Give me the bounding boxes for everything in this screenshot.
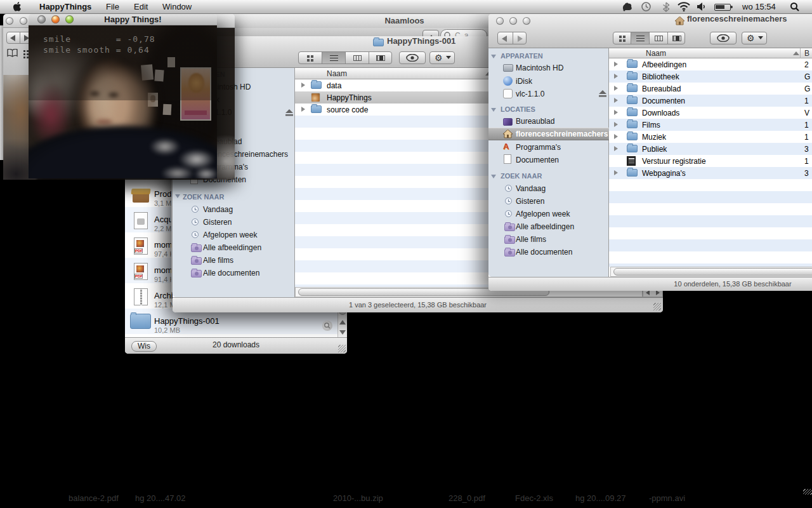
- column-view-button[interactable]: [346, 52, 369, 64]
- eject-icon[interactable]: [285, 109, 293, 116]
- minimize-button[interactable]: [51, 15, 60, 23]
- sidebar-item[interactable]: Alle afbeeldingen: [516, 222, 574, 231]
- sidebar-item[interactable]: Afgelopen week: [516, 210, 570, 218]
- florence-hscrollbar[interactable]: [610, 267, 812, 277]
- time-machine-icon[interactable]: [641, 1, 652, 12]
- sidebar-item[interactable]: iDisk: [516, 77, 532, 86]
- coverflow-view-button[interactable]: [369, 52, 392, 64]
- file-row[interactable]: Afbeeldingen2: [609, 58, 812, 70]
- close-button[interactable]: [37, 15, 46, 23]
- back-forward: [6, 32, 32, 44]
- icon-view-button[interactable]: [613, 32, 631, 44]
- list-view-button[interactable]: [631, 32, 650, 44]
- bookmarks-book-icon[interactable]: [7, 49, 18, 57]
- third-party-menu-icon[interactable]: [622, 2, 633, 12]
- florence-toolbar: florenceschreinemachers ⚙: [488, 14, 812, 48]
- scroll-up-arrow[interactable]: [339, 320, 346, 324]
- desktop-icon-label[interactable]: hg 20....47.02: [135, 493, 186, 503]
- resize-grip[interactable]: [803, 489, 812, 495]
- clear-downloads-button[interactable]: Wis: [131, 341, 157, 352]
- desktop: { "menu_bar": { "app_name": "HappyThings…: [0, 0, 812, 508]
- app-menu-title[interactable]: HappyThings: [39, 2, 91, 11]
- sidebar-item[interactable]: Alle films: [203, 256, 233, 265]
- coverflow-view-button[interactable]: [668, 32, 686, 44]
- menu-edit[interactable]: Edit: [134, 2, 148, 11]
- volume-icon[interactable]: [697, 2, 707, 11]
- download-row[interactable]: HappyThings-001 10,2 MB: [125, 309, 347, 334]
- file-row[interactable]: BibliotheekG: [609, 70, 812, 83]
- reveal-download-button[interactable]: [322, 321, 332, 331]
- smart-folder-icon: [191, 257, 202, 265]
- downloads-resize-grip[interactable]: [338, 345, 346, 352]
- sidebar-item[interactable]: Macintosh HD: [516, 64, 563, 72]
- column-view-button[interactable]: [650, 32, 668, 44]
- file-row[interactable]: Webpagina's3: [609, 167, 812, 179]
- quicklook-button[interactable]: [399, 51, 426, 64]
- happythings-resize-grip[interactable]: [653, 303, 661, 311]
- zoom-button[interactable]: [65, 15, 74, 23]
- desktop-icon-label[interactable]: Fdec-2.xls: [515, 493, 553, 503]
- file-row[interactable]: DownloadsV: [609, 107, 812, 119]
- sidebar-selected-row[interactable]: florenceschreinemachers: [488, 128, 609, 140]
- file-row[interactable]: BureaubladG: [609, 83, 812, 95]
- quicklook-button[interactable]: [710, 32, 737, 44]
- minimize-button[interactable]: [20, 17, 27, 25]
- topsites-grid-icon[interactable]: [23, 50, 25, 52]
- file-row[interactable]: Films1: [609, 119, 812, 131]
- back-button[interactable]: [502, 36, 507, 42]
- scroll-down-arrow[interactable]: [339, 330, 346, 335]
- forward-button[interactable]: [518, 36, 523, 42]
- collapse-triangle[interactable]: [491, 175, 496, 178]
- sidebar-item[interactable]: Gisteren: [203, 218, 232, 227]
- spotlight-icon[interactable]: [790, 2, 800, 12]
- sidebar-item[interactable]: vlc-1.1.0: [516, 90, 544, 98]
- desktop-icon-label[interactable]: 2010-...bu.zip: [333, 493, 383, 503]
- eject-icon[interactable]: [599, 90, 606, 97]
- apple-menu[interactable]: [13, 2, 22, 12]
- collapse-triangle[interactable]: [491, 55, 496, 58]
- sidebar-item[interactable]: Alle documenten: [203, 269, 259, 277]
- sidebar-item[interactable]: Alle documenten: [516, 248, 572, 257]
- file-row[interactable]: Muziek1: [609, 131, 812, 143]
- bluetooth-icon[interactable]: [662, 2, 670, 12]
- close-button[interactable]: [496, 17, 504, 25]
- sidebar-item[interactable]: Gisteren: [516, 197, 544, 206]
- menu-window[interactable]: Window: [162, 2, 192, 11]
- wifi-icon[interactable]: [678, 2, 690, 11]
- sidebar-item[interactable]: Alle films: [516, 235, 546, 244]
- webcam-titlebar[interactable]: Happy Things!: [29, 14, 217, 25]
- column-header-naam[interactable]: Naam: [646, 49, 666, 58]
- icon-view-button[interactable]: [299, 52, 322, 64]
- clock-icon: [505, 210, 512, 217]
- file-row[interactable]: Documenten1: [609, 95, 812, 107]
- zoom-button[interactable]: [523, 17, 530, 25]
- action-menu-button[interactable]: ⚙: [429, 51, 455, 64]
- menu-file[interactable]: File: [106, 2, 119, 11]
- collapse-triangle[interactable]: [175, 194, 180, 198]
- file-row[interactable]: Publiek3: [609, 143, 812, 155]
- file-row[interactable]: Verstuur registratie1: [609, 155, 812, 167]
- menu-clock[interactable]: wo 15:54: [742, 2, 776, 11]
- list-header[interactable]: Naam B: [609, 48, 812, 58]
- zip-icon: [134, 288, 148, 305]
- sidebar-item[interactable]: Documenten: [516, 156, 559, 164]
- desktop-icon-label[interactable]: hg 20....09.27: [575, 493, 626, 503]
- minimize-button[interactable]: [509, 17, 517, 25]
- sidebar-item[interactable]: Alle afbeeldingen: [203, 243, 261, 252]
- sidebar-item[interactable]: Afgelopen week: [203, 231, 257, 239]
- sidebar-item[interactable]: Vandaag: [203, 205, 233, 214]
- action-menu-button[interactable]: ⚙: [742, 32, 767, 44]
- close-button[interactable]: [6, 17, 13, 25]
- desktop-icon-label[interactable]: 228_0.pdf: [449, 493, 485, 503]
- column-header-naam[interactable]: Naam: [327, 69, 347, 78]
- battery-icon[interactable]: [714, 4, 731, 11]
- back-button[interactable]: [10, 35, 15, 41]
- list-view-button[interactable]: [322, 52, 346, 64]
- sidebar-item[interactable]: Vandaag: [516, 184, 546, 193]
- column-header-2[interactable]: B: [804, 49, 809, 58]
- sidebar-item[interactable]: Programma's: [516, 143, 561, 152]
- collapse-triangle[interactable]: [491, 108, 496, 112]
- desktop-icon-label[interactable]: -ppmn.avi: [649, 493, 685, 503]
- sidebar-item[interactable]: Bureaublad: [516, 117, 554, 126]
- desktop-icon-label[interactable]: balance-2.pdf: [69, 493, 119, 503]
